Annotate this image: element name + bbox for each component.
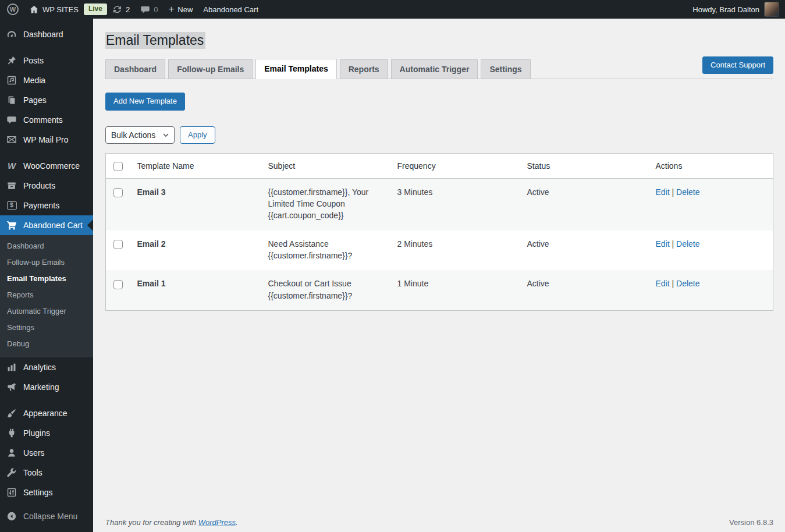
row-checkbox[interactable]: [113, 188, 123, 197]
column-header-template-name: Template Name: [132, 153, 262, 178]
submenu-item-settings[interactable]: Settings: [0, 320, 93, 336]
plug-icon: [6, 428, 17, 438]
action-separator: |: [672, 279, 674, 288]
sidebar-item-analytics[interactable]: Analytics: [0, 357, 93, 377]
sidebar-item-label: Dashboard: [23, 29, 63, 40]
column-header-actions: Actions: [650, 153, 773, 178]
contact-support-button[interactable]: Contact Support: [702, 56, 773, 74]
new-content-menu[interactable]: + New: [163, 0, 198, 19]
sidebar-item-wp-mail-pro[interactable]: WP Mail Pro: [0, 130, 93, 150]
email-templates-table: Template Name Subject Frequency Status A…: [105, 153, 773, 311]
edit-link[interactable]: Edit: [656, 187, 670, 197]
delete-link[interactable]: Delete: [676, 239, 699, 249]
sidebar-item-plugins[interactable]: Plugins: [0, 423, 93, 443]
abandoned-cart-toolbar-link[interactable]: Abandoned Cart: [198, 0, 264, 19]
abandoned-cart-submenu: Dashboard Follow-up Emails Email Templat…: [0, 235, 93, 357]
sidebar-item-users[interactable]: Users: [0, 443, 93, 463]
footer-version: Version 6.8.3: [729, 518, 773, 527]
add-new-template-button[interactable]: Add New Template: [105, 93, 185, 110]
wordpress-link[interactable]: WordPress: [198, 518, 236, 527]
submenu-item-email-templates[interactable]: Email Templates: [0, 271, 93, 287]
woocommerce-icon: W: [6, 162, 17, 170]
collapse-menu-label: Collapse Menu: [23, 510, 77, 522]
sidebar-item-label: Marketing: [23, 381, 59, 393]
sidebar-item-label: Pages: [23, 94, 47, 106]
submenu-item-follow-up-emails[interactable]: Follow-up Emails: [0, 254, 93, 271]
delete-link[interactable]: Delete: [676, 279, 699, 288]
sidebar-item-label: Products: [23, 180, 55, 191]
abandoned-cart-toolbar-label: Abandoned Cart: [203, 5, 258, 14]
sidebar-item-media[interactable]: Media: [0, 70, 93, 90]
template-subject: Checkout or Cart Issue {{customer.firstn…: [262, 270, 392, 310]
bulk-actions-select[interactable]: Bulk Actions: [105, 126, 175, 144]
column-header-frequency: Frequency: [392, 153, 521, 178]
updates-link[interactable]: 2: [107, 0, 135, 19]
table-row: Email 3 {{customer.firstname}}, Your Lim…: [106, 178, 773, 230]
row-actions: Edit | Delete: [650, 230, 773, 271]
new-label: New: [177, 5, 193, 14]
tab-follow-up-emails[interactable]: Follow-up Emails: [168, 59, 253, 79]
apply-button[interactable]: Apply: [180, 126, 215, 144]
paintbrush-icon: [6, 408, 17, 418]
sidebar-item-label: Appearance: [23, 407, 68, 419]
sidebar-item-comments[interactable]: Comments: [0, 110, 93, 130]
template-frequency: 2 Minutes: [392, 230, 521, 271]
submenu-item-automatic-trigger[interactable]: Automatic Trigger: [0, 303, 93, 320]
dollar-box-icon: $: [6, 201, 17, 210]
sidebar-item-tools[interactable]: Tools: [0, 463, 93, 483]
page-title: Email Templates: [105, 31, 773, 49]
sidebar-item-posts[interactable]: Posts: [0, 51, 93, 70]
comments-link[interactable]: 0: [135, 0, 163, 19]
sidebar-item-dashboard[interactable]: Dashboard: [0, 24, 93, 44]
tab-dashboard[interactable]: Dashboard: [105, 59, 165, 79]
sidebar-item-label: Abandoned Cart: [23, 219, 83, 231]
row-checkbox[interactable]: [113, 280, 123, 289]
envelope-icon: [6, 134, 17, 145]
template-name: Email 1: [132, 270, 262, 310]
sidebar-item-payments[interactable]: $ Payments: [0, 196, 93, 215]
status-badge: Active: [521, 230, 650, 271]
avatar: [764, 2, 779, 17]
comment-icon: [140, 5, 150, 15]
my-account-menu[interactable]: Howdy, Brad Dalton: [692, 0, 785, 19]
sidebar-item-abandoned-cart[interactable]: Abandoned Cart: [0, 215, 93, 235]
sidebar-item-pages[interactable]: Pages: [0, 90, 93, 110]
sidebar-item-label: Settings: [23, 487, 53, 498]
tab-settings[interactable]: Settings: [481, 59, 530, 79]
site-link[interactable]: WP SITES: [24, 0, 84, 19]
submenu-item-debug[interactable]: Debug: [0, 336, 93, 352]
admin-footer: Thank you for creating with WordPress. V…: [105, 518, 773, 527]
action-separator: |: [672, 239, 674, 249]
sidebar-item-woocommerce[interactable]: W WooCommerce: [0, 156, 93, 176]
collapse-menu-button[interactable]: Collapse Menu: [0, 506, 93, 526]
submenu-item-reports[interactable]: Reports: [0, 287, 93, 303]
template-subject: {{customer.firstname}}, Your Limited Tim…: [262, 178, 392, 230]
tab-email-templates[interactable]: Email Templates: [255, 59, 336, 79]
edit-link[interactable]: Edit: [656, 279, 670, 288]
column-header-status: Status: [521, 153, 650, 178]
footer-thanks-suffix: .: [236, 518, 238, 527]
pushpin-icon: [6, 55, 17, 66]
table-header-row: Template Name Subject Frequency Status A…: [106, 153, 773, 178]
sidebar-item-appearance[interactable]: Appearance: [0, 403, 93, 423]
delete-link[interactable]: Delete: [676, 187, 699, 197]
shopping-cart-icon: [6, 220, 17, 230]
row-checkbox[interactable]: [113, 240, 123, 249]
template-frequency: 3 Minutes: [392, 178, 521, 230]
tab-automatic-trigger[interactable]: Automatic Trigger: [391, 59, 478, 79]
sidebar-item-settings[interactable]: Settings: [0, 483, 93, 502]
bar-chart-icon: [6, 362, 17, 373]
howdy-text: Howdy, Brad Dalton: [692, 5, 759, 14]
wordpress-logo-icon: W: [7, 3, 19, 15]
wordpress-menu[interactable]: W: [0, 0, 24, 19]
comment-count: 0: [154, 5, 158, 14]
live-badge[interactable]: Live: [84, 3, 107, 15]
edit-link[interactable]: Edit: [656, 239, 670, 249]
submenu-item-dashboard[interactable]: Dashboard: [0, 238, 93, 254]
dashboard-icon: [6, 29, 17, 40]
sidebar-item-marketing[interactable]: Marketing: [0, 377, 93, 397]
collapse-arrow-icon: [6, 511, 17, 522]
select-all-checkbox[interactable]: [113, 162, 123, 171]
tab-reports[interactable]: Reports: [340, 59, 388, 79]
sidebar-item-products[interactable]: Products: [0, 176, 93, 196]
